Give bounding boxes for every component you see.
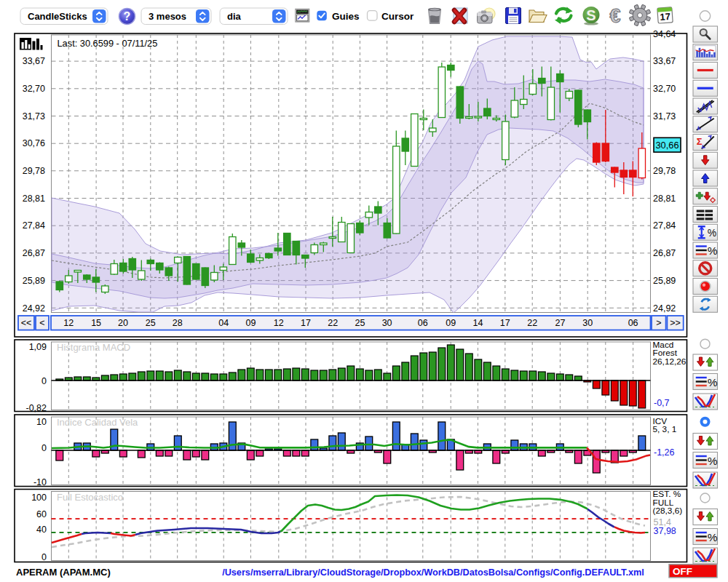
svg-text:22: 22: [527, 318, 537, 328]
svg-text:0: 0: [41, 376, 47, 386]
svg-text:<<: <<: [21, 318, 32, 328]
svg-text:26,12,26: 26,12,26: [653, 356, 687, 367]
svg-text:24,92: 24,92: [653, 303, 676, 314]
svg-text:30: 30: [582, 318, 593, 328]
svg-text:28: 28: [173, 318, 183, 328]
svg-text:0: 0: [41, 443, 47, 453]
svg-text:Cursor: Cursor: [381, 11, 414, 22]
svg-text:-0,7: -0,7: [654, 398, 670, 408]
svg-text:1,09: 1,09: [29, 342, 47, 352]
svg-text:3 mesos: 3 mesos: [149, 11, 186, 22]
svg-text:30: 30: [382, 318, 392, 328]
svg-text:Histgrama MACD: Histgrama MACD: [57, 342, 130, 353]
svg-text:%: %: [708, 244, 718, 257]
svg-text:17: 17: [660, 11, 670, 23]
svg-text:04: 04: [218, 318, 229, 328]
svg-text:%: %: [708, 455, 718, 467]
svg-text:APERAM (APAM.MC): APERAM (APAM.MC): [16, 567, 111, 578]
svg-text:37,98: 37,98: [654, 526, 676, 536]
svg-text:12: 12: [63, 318, 74, 328]
svg-text:dia: dia: [227, 11, 242, 22]
svg-text:5, 3, 1: 5, 3, 1: [653, 424, 677, 434]
svg-text:14: 14: [472, 318, 483, 328]
svg-text:Σ: Σ: [697, 136, 703, 147]
svg-text:34,64: 34,64: [653, 29, 676, 39]
svg-text:%: %: [708, 227, 716, 239]
svg-text:40: 40: [36, 525, 47, 535]
svg-text:17: 17: [500, 318, 510, 328]
svg-text:S: S: [586, 7, 596, 23]
svg-text:25,89: 25,89: [23, 276, 45, 286]
svg-text:06: 06: [628, 318, 638, 328]
svg-text:33,67: 33,67: [23, 56, 45, 66]
svg-text:26,87: 26,87: [653, 248, 676, 258]
svg-text:OFF: OFF: [673, 566, 692, 577]
svg-text:60: 60: [36, 509, 47, 519]
svg-text:28,81: 28,81: [23, 194, 45, 204]
svg-text:-1,26: -1,26: [654, 447, 675, 458]
svg-text:0: 0: [41, 552, 47, 562]
svg-text:/Users/mserra/Library/CloudSto: /Users/mserra/Library/CloudStorage/Dropb…: [222, 567, 644, 578]
svg-text:33,67: 33,67: [653, 56, 676, 66]
svg-text:25,89: 25,89: [653, 276, 676, 286]
svg-text:€: €: [609, 5, 620, 27]
svg-text:-10: -10: [33, 477, 47, 487]
svg-text:%: %: [708, 531, 718, 543]
svg-text:>>: >>: [670, 318, 681, 328]
svg-text:>: >: [656, 318, 661, 328]
svg-text:CandleSticks: CandleSticks: [28, 11, 87, 22]
svg-text:32,70: 32,70: [653, 84, 676, 94]
svg-text:30,66: 30,66: [655, 140, 678, 151]
svg-text:Full Estocastico: Full Estocastico: [57, 492, 123, 503]
svg-text:25: 25: [146, 318, 156, 328]
svg-text:31,73: 31,73: [23, 111, 45, 121]
svg-text:24,92: 24,92: [23, 303, 45, 314]
svg-text:10: 10: [36, 417, 47, 427]
svg-text:-0,82: -0,82: [26, 403, 47, 413]
svg-text:?: ?: [124, 10, 131, 23]
svg-text:20: 20: [118, 318, 128, 328]
svg-text:09: 09: [446, 318, 456, 328]
svg-text:Indice Calidad Vela: Indice Calidad Vela: [57, 417, 138, 428]
svg-text:26,87: 26,87: [23, 248, 45, 258]
svg-text:27,84: 27,84: [23, 220, 45, 231]
svg-text:09: 09: [245, 318, 256, 328]
svg-text:28,81: 28,81: [653, 194, 676, 204]
svg-text:06: 06: [418, 318, 428, 328]
svg-text:100: 100: [31, 493, 47, 503]
svg-text:29,78: 29,78: [653, 166, 676, 176]
svg-text:31,73: 31,73: [653, 111, 676, 121]
svg-text:25: 25: [355, 318, 365, 328]
svg-text:27,84: 27,84: [653, 220, 676, 231]
svg-text:Guies: Guies: [332, 11, 360, 22]
svg-text:27: 27: [555, 318, 565, 328]
svg-text:<: <: [39, 318, 44, 328]
svg-text:(28,3,6): (28,3,6): [653, 506, 683, 516]
svg-text:22: 22: [328, 318, 338, 328]
svg-text:12: 12: [274, 318, 284, 328]
svg-text:30,76: 30,76: [23, 138, 45, 148]
svg-text:29,78: 29,78: [23, 166, 45, 176]
svg-text:32,70: 32,70: [23, 84, 45, 94]
svg-text:%: %: [708, 376, 718, 388]
svg-text:15: 15: [91, 318, 101, 328]
svg-text:17: 17: [301, 318, 311, 328]
svg-text:Last: 30.6599 - 07/11/25: Last: 30.6599 - 07/11/25: [58, 38, 158, 49]
